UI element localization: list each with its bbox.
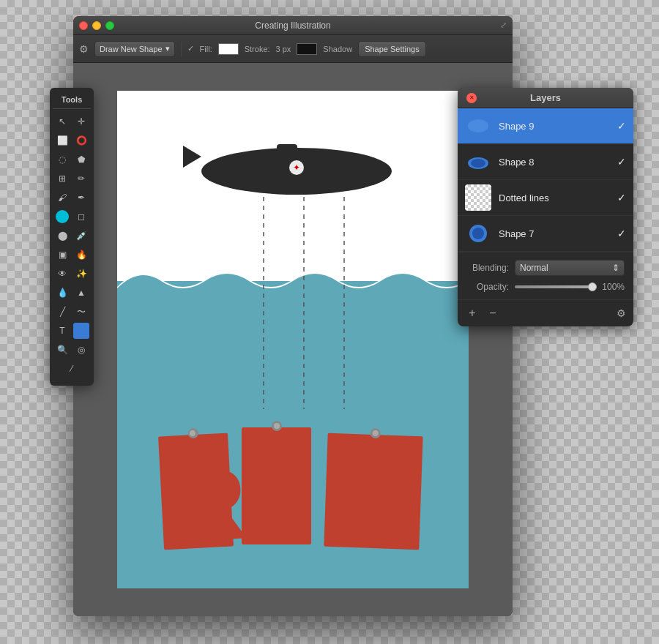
fill-tool[interactable]: ⬤ — [54, 228, 70, 244]
expand-icon[interactable]: ⤢ — [500, 20, 507, 30]
chevron-updown-icon: ⇕ — [612, 263, 619, 273]
svg-rect-1 — [277, 144, 297, 160]
fill-label: Fill: — [200, 45, 212, 53]
transform-tool[interactable]: ✏ — [73, 171, 89, 187]
tool-row-13: 🔍 ◎ — [53, 342, 91, 358]
fill-checkbox[interactable]: ✓ — [187, 44, 194, 53]
path-tool[interactable]: 〜 — [73, 304, 89, 320]
select-tool[interactable]: ↖ — [54, 113, 70, 130]
mode-label: Draw New Shape — [100, 45, 163, 53]
circle-fill-tool[interactable] — [73, 323, 89, 339]
eyedropper-tool[interactable]: 💉 — [73, 228, 89, 244]
svg-text:✦: ✦ — [293, 162, 300, 173]
layers-panel: ✕ Layers Shape 9 ✓ Shape 8 ✓ Dotted line… — [458, 88, 633, 326]
layer-thumb-shape7 — [465, 220, 491, 247]
zoom-button[interactable] — [105, 21, 114, 30]
svg-point-24 — [472, 228, 484, 239]
rectangle-tool[interactable]: ⬜ — [54, 132, 70, 149]
stroke-label: Stroke: — [245, 45, 270, 53]
tool-row-12: T — [53, 323, 91, 339]
title-bar: Creating Illustration ⤢ — [73, 16, 513, 35]
layer-item-shape8[interactable]: Shape 8 ✓ — [458, 144, 633, 180]
remove-layer-button[interactable]: − — [485, 306, 500, 321]
drop-tool[interactable]: 💧 — [54, 285, 70, 301]
zoom-tool[interactable]: 🔍 — [54, 342, 70, 358]
shape-settings-button[interactable]: Shape Settings — [358, 41, 426, 57]
layers-header: ✕ Layers — [458, 88, 633, 108]
blending-row: Blending: Normal ⇕ — [466, 260, 625, 276]
tool-row-3: ◌ ⬟ — [53, 151, 91, 168]
toolbar: ⚙ Draw New Shape ▾ ✓ Fill: Stroke: 3 px … — [73, 35, 513, 63]
wand-tool[interactable]: ✨ — [73, 266, 89, 282]
fill-color-swatch[interactable] — [218, 43, 239, 55]
tool-row-10: 💧 ▲ — [53, 285, 91, 301]
dashed-lines-svg — [117, 197, 469, 409]
layer-thumb-shape8 — [465, 149, 491, 175]
svg-point-20 — [468, 119, 488, 132]
drawing-canvas[interactable]: ✦ R E M — [117, 91, 469, 588]
layer-visible-dotted[interactable]: ✓ — [617, 192, 626, 203]
brush-stroke-tool[interactable]: ∕ — [64, 361, 80, 377]
svg-point-17 — [274, 423, 280, 429]
pen-tool[interactable]: ✒ — [73, 190, 89, 206]
layer-name-dotted: Dotted lines — [499, 192, 610, 203]
blending-value: Normal — [520, 263, 548, 273]
shape-settings-label: Shape Settings — [365, 45, 420, 53]
layer-visible-shape9[interactable]: ✓ — [617, 120, 626, 132]
layer-name-shape7: Shape 7 — [499, 228, 610, 239]
tool-row-5: 🖌 ✒ — [53, 190, 91, 206]
layer-item-dotted[interactable]: Dotted lines ✓ — [458, 180, 633, 216]
opacity-slider-thumb[interactable] — [588, 282, 597, 291]
layer-thumb-dotted — [465, 184, 491, 211]
tool-row-2: ⬜ ⭕ — [53, 132, 91, 149]
lasso-tool[interactable]: ◌ — [54, 151, 70, 168]
tool-row-9: 👁 ✨ — [53, 266, 91, 282]
opacity-slider[interactable] — [515, 285, 595, 288]
layer-visible-shape7[interactable]: ✓ — [617, 228, 626, 239]
tool-row-8: ▣ 🔥 — [53, 247, 91, 263]
layer-settings-icon[interactable]: ⚙ — [617, 307, 626, 319]
paint-tool[interactable]: 🖌 — [54, 190, 70, 206]
gradient-tool[interactable]: ▣ — [54, 247, 70, 263]
shadow-label: Shadow — [323, 45, 352, 53]
crop-tool[interactable]: ⊞ — [54, 171, 70, 187]
opacity-label: Opacity: — [466, 282, 509, 292]
settings-icon[interactable]: ⚙ — [79, 43, 89, 55]
eraser-tool[interactable]: ◻ — [73, 209, 89, 225]
polygon-tool[interactable]: ⬟ — [73, 151, 89, 168]
minimize-button[interactable] — [92, 21, 101, 30]
rem-text-svg: R E M — [154, 413, 432, 559]
tool-row-11: ╱ 〜 — [53, 304, 91, 320]
layers-title: Layers — [477, 92, 614, 103]
triangle-tool[interactable]: ▲ — [73, 285, 89, 301]
window-title: Creating Illustration — [255, 20, 330, 31]
layer-item-shape9[interactable]: Shape 9 ✓ — [458, 108, 633, 144]
burn-tool[interactable]: 🔥 — [73, 247, 89, 263]
pan-tool[interactable]: ◎ — [73, 342, 89, 358]
stroke-value: 3 px — [276, 45, 291, 53]
move-tool[interactable]: ✛ — [73, 113, 89, 130]
color-cyan[interactable] — [54, 209, 70, 225]
ellipse-tool[interactable]: ⭕ — [73, 132, 89, 149]
layers-close-button[interactable]: ✕ — [466, 93, 477, 103]
layer-item-shape7[interactable]: Shape 7 ✓ — [458, 216, 633, 252]
text-tool[interactable]: T — [54, 323, 70, 339]
close-button[interactable] — [79, 21, 88, 30]
tool-row-14: ∕ — [53, 361, 91, 377]
separator — [181, 42, 182, 56]
tools-title: Tools — [53, 94, 91, 109]
tool-row-7: ⬤ 💉 — [53, 228, 91, 244]
layers-footer: Blending: Normal ⇕ Opacity: 100% — [458, 252, 633, 299]
mode-dropdown[interactable]: Draw New Shape ▾ — [94, 41, 175, 57]
layer-thumb-shape9 — [465, 113, 491, 139]
eye-tool[interactable]: 👁 — [54, 266, 70, 282]
blending-dropdown[interactable]: Normal ⇕ — [515, 260, 625, 276]
stroke-color-swatch[interactable] — [297, 43, 317, 55]
tool-row-6: ◻ — [53, 209, 91, 225]
add-layer-button[interactable]: + — [465, 306, 480, 321]
tool-row-1: ↖ ✛ — [53, 113, 91, 130]
line-tool[interactable]: ╱ — [54, 304, 70, 320]
layers-actions: + − ⚙ — [458, 299, 633, 326]
layer-visible-shape8[interactable]: ✓ — [617, 156, 626, 168]
tool-row-4: ⊞ ✏ — [53, 171, 91, 187]
